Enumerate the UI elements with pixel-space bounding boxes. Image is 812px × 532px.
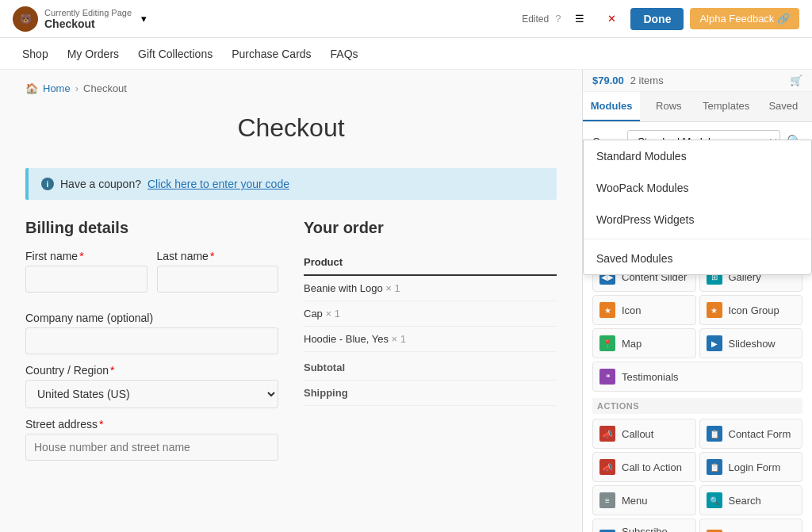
editing-info: Currently Editing Page Checkout [44, 8, 132, 30]
page-title: Checkout [25, 113, 557, 143]
list-icon-button[interactable]: ☰ [567, 6, 592, 32]
cart-price: $79.00 [592, 75, 624, 86]
first-name-input[interactable] [25, 266, 147, 293]
dropdown-saved-modules[interactable]: Saved Modules [584, 243, 811, 274]
dropdown-standard-modules[interactable]: Standard Modules [584, 140, 811, 172]
panel-tabs: Modules Rows Templates Saved [583, 92, 812, 122]
coupon-info-icon: i [41, 178, 54, 190]
last-name-group: Last name* [157, 250, 279, 293]
search-module-icon: 🔍 [707, 492, 722, 508]
street-group: Street address* [25, 418, 278, 461]
dropdown-woopack-modules[interactable]: WooPack Modules [584, 172, 811, 204]
call-to-action-icon: 📣 [599, 459, 615, 475]
last-name-required: * [210, 250, 214, 262]
street-input[interactable] [25, 434, 278, 461]
map-icon: 📍 [599, 335, 615, 351]
breadcrumb-home[interactable]: Home [43, 82, 71, 94]
avatar: 🐻 [13, 6, 38, 32]
table-row: Cap × 1 [304, 301, 557, 327]
order-section: Your order Product Beanie with Logo × 1 [304, 219, 557, 470]
module-search-label: Search [729, 495, 761, 507]
module-icon-group[interactable]: ★ Icon Group [699, 295, 803, 325]
module-login-form[interactable]: 📋 Login Form [699, 452, 803, 482]
module-slideshow[interactable]: ▶ Slideshow [699, 328, 803, 358]
module-login-form-label: Login Form [729, 461, 781, 473]
last-name-input[interactable] [157, 266, 279, 293]
country-label: Country / Region* [25, 364, 278, 377]
page-content: 🏠 Home › Checkout Checkout i Have a coup… [0, 70, 582, 532]
module-icon-group-label: Icon Group [729, 304, 779, 316]
cart-icon: 🛒 [790, 75, 802, 86]
edited-label: Edited [522, 13, 549, 25]
coupon-banner: i Have a coupon? Click here to enter you… [25, 168, 557, 200]
order-item-3-name: Hoodie - Blue, Yes × 1 [304, 327, 557, 352]
module-menu-label: Menu [622, 495, 648, 507]
top-bar-right: Edited ? ☰ ✕ Done Alpha Feedback 🔗 [522, 6, 799, 32]
nav-purchase-cards[interactable]: Purchase Cards [222, 38, 320, 70]
module-subscribe-form-label: Subscribe Form [622, 526, 689, 532]
module-testimonials[interactable]: ❝ Testimonials [592, 362, 802, 392]
nav-my-orders[interactable]: My Orders [58, 38, 128, 70]
street-label: Street address* [25, 418, 278, 431]
street-required: * [99, 418, 103, 431]
breadcrumb: 🏠 Home › Checkout [25, 82, 557, 94]
billing-section: Billing details First name* Last name* [25, 219, 278, 470]
company-label: Company name (optional) [25, 312, 278, 324]
dropdown-wordpress-widgets[interactable]: WordPress Widgets [584, 204, 811, 235]
company-group: Company name (optional) [25, 312, 278, 354]
tab-templates[interactable]: Templates [698, 92, 755, 121]
module-menu[interactable]: ≡ Menu [592, 485, 696, 515]
module-subscribe-form[interactable]: 📋 Subscribe Form [592, 519, 696, 532]
nav-bar: Shop My Orders Gift Collections Purchase… [0, 38, 812, 70]
callout-icon: 📣 [599, 426, 615, 442]
nav-shop[interactable]: Shop [13, 38, 58, 70]
actions-section-label: Actions [592, 398, 802, 414]
close-button[interactable]: ✕ [599, 6, 624, 32]
module-map-label: Map [622, 338, 642, 350]
module-call-to-action[interactable]: 📣 Call to Action [592, 452, 696, 482]
right-panel: $79.00 2 items 🛒 Modules Rows Templates … [582, 70, 812, 532]
country-group: Country / Region* United States (US) [25, 364, 278, 408]
nav-faqs[interactable]: FAQs [321, 38, 368, 70]
cart-count: 2 items [630, 75, 664, 86]
subtotal-label: Subtotal [304, 352, 557, 381]
breadcrumb-current: Checkout [83, 82, 127, 94]
module-callout[interactable]: 📣 Callout [592, 419, 696, 449]
order-title: Your order [304, 219, 557, 237]
chevron-down-button[interactable]: ▾ [138, 10, 150, 28]
module-search[interactable]: 🔍 Search [699, 485, 803, 515]
actions-modules-grid: 📣 Callout 📋 Contact Form 📣 Call to Actio… [592, 419, 802, 532]
billing-title: Billing details [25, 219, 278, 237]
help-icon: ? [555, 13, 561, 25]
order-item-2-name: Cap × 1 [304, 301, 557, 327]
contact-form-icon: 📋 [707, 426, 722, 442]
module-map[interactable]: 📍 Map [592, 328, 696, 358]
tab-modules[interactable]: Modules [583, 92, 640, 121]
coupon-link[interactable]: Click here to enter your code [147, 178, 289, 190]
module-mop[interactable]: 🛒 Mop [699, 519, 803, 532]
nav-gift-collections[interactable]: Gift Collections [128, 38, 222, 70]
country-select[interactable]: United States (US) [25, 380, 278, 408]
icon-group-icon: ★ [707, 302, 722, 318]
company-input[interactable] [25, 327, 278, 354]
tab-rows[interactable]: Rows [640, 92, 697, 121]
module-testimonials-label: Testimonials [622, 371, 679, 383]
done-button[interactable]: Done [630, 8, 684, 30]
first-name-required: * [79, 250, 83, 262]
module-icon[interactable]: ★ Icon [592, 295, 696, 325]
last-name-label: Last name* [157, 250, 279, 262]
order-item-1-name: Beanie with Logo × 1 [304, 275, 557, 301]
top-bar: 🐻 Currently Editing Page Checkout ▾ Edit… [0, 0, 812, 38]
main-layout: 🏠 Home › Checkout Checkout i Have a coup… [0, 70, 812, 532]
editing-page-name: Checkout [44, 17, 132, 30]
subtotal-row: Subtotal [304, 352, 557, 381]
module-contact-form[interactable]: 📋 Contact Form [699, 419, 803, 449]
tab-saved[interactable]: Saved [755, 92, 812, 121]
breadcrumb-separator: › [75, 82, 79, 94]
icon-module-icon: ★ [599, 302, 615, 318]
media-modules-grid: ◀▶ Content Slider ⊞ Gallery ★ Icon ★ Ico… [592, 262, 802, 392]
alpha-feedback-button[interactable]: Alpha Feedback 🔗 [690, 8, 799, 29]
product-col-header: Product [304, 250, 557, 275]
dropdown-divider [584, 239, 811, 239]
country-required: * [110, 364, 114, 377]
